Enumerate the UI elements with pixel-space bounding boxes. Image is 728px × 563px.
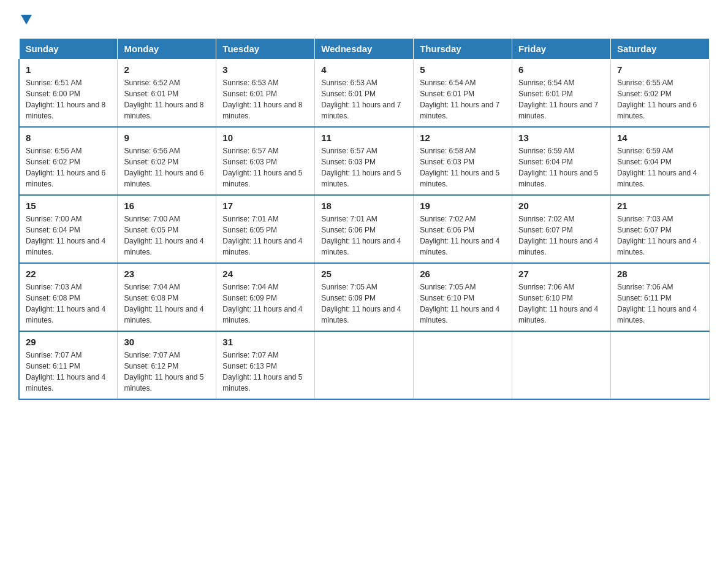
calendar-cell: 10 Sunrise: 6:57 AM Sunset: 6:03 PM Dayl… [216, 127, 315, 195]
calendar-cell [315, 331, 414, 399]
day-header-thursday: Thursday [414, 39, 512, 59]
day-number: 10 [222, 132, 308, 143]
day-number: 21 [617, 201, 703, 211]
day-info: Sunrise: 6:53 AM Sunset: 6:01 PM Dayligh… [222, 77, 308, 121]
calendar-cell: 23 Sunrise: 7:04 AM Sunset: 6:08 PM Dayl… [118, 263, 216, 331]
calendar-week-row: 8 Sunrise: 6:56 AM Sunset: 6:02 PM Dayli… [19, 127, 710, 195]
calendar-cell: 20 Sunrise: 7:02 AM Sunset: 6:07 PM Dayl… [512, 195, 611, 263]
day-number: 12 [420, 132, 506, 143]
calendar-week-row: 1 Sunrise: 6:51 AM Sunset: 6:00 PM Dayli… [19, 59, 710, 128]
day-number: 15 [26, 201, 111, 211]
day-info: Sunrise: 7:00 AM Sunset: 6:05 PM Dayligh… [124, 213, 210, 258]
calendar-cell: 29 Sunrise: 7:07 AM Sunset: 6:11 PM Dayl… [19, 331, 118, 399]
logo [18, 12, 33, 26]
day-info: Sunrise: 6:58 AM Sunset: 6:03 PM Dayligh… [420, 145, 506, 190]
page-header [18, 12, 710, 26]
day-number: 7 [617, 64, 703, 75]
calendar-cell: 25 Sunrise: 7:05 AM Sunset: 6:09 PM Dayl… [315, 263, 414, 331]
day-number: 1 [26, 64, 111, 75]
day-info: Sunrise: 6:52 AM Sunset: 6:01 PM Dayligh… [124, 77, 210, 121]
day-header-sunday: Sunday [19, 39, 118, 59]
day-header-tuesday: Tuesday [216, 39, 315, 59]
calendar-cell: 13 Sunrise: 6:59 AM Sunset: 6:04 PM Dayl… [512, 127, 611, 195]
day-number: 14 [617, 132, 703, 143]
day-number: 25 [321, 269, 407, 279]
calendar-cell: 2 Sunrise: 6:52 AM Sunset: 6:01 PM Dayli… [118, 59, 216, 128]
day-number: 6 [518, 64, 604, 75]
calendar-cell: 27 Sunrise: 7:06 AM Sunset: 6:10 PM Dayl… [512, 263, 611, 331]
calendar-week-row: 15 Sunrise: 7:00 AM Sunset: 6:04 PM Dayl… [19, 195, 710, 263]
calendar-cell: 11 Sunrise: 6:57 AM Sunset: 6:03 PM Dayl… [315, 127, 414, 195]
day-info: Sunrise: 6:59 AM Sunset: 6:04 PM Dayligh… [617, 145, 703, 190]
calendar-cell: 16 Sunrise: 7:00 AM Sunset: 6:05 PM Dayl… [118, 195, 216, 263]
calendar-cell [512, 331, 611, 399]
day-number: 9 [124, 132, 210, 143]
day-number: 27 [518, 269, 604, 279]
svg-marker-0 [21, 15, 32, 25]
day-info: Sunrise: 7:04 AM Sunset: 6:09 PM Dayligh… [222, 282, 308, 326]
day-info: Sunrise: 7:01 AM Sunset: 6:05 PM Dayligh… [222, 213, 308, 258]
calendar-cell: 31 Sunrise: 7:07 AM Sunset: 6:13 PM Dayl… [216, 331, 315, 399]
day-info: Sunrise: 7:05 AM Sunset: 6:10 PM Dayligh… [420, 282, 506, 326]
day-info: Sunrise: 7:03 AM Sunset: 6:07 PM Dayligh… [617, 213, 703, 258]
day-number: 5 [420, 64, 506, 75]
logo-arrow-icon [20, 12, 33, 26]
calendar-cell: 3 Sunrise: 6:53 AM Sunset: 6:01 PM Dayli… [216, 59, 315, 128]
calendar-cell [611, 331, 710, 399]
calendar-week-row: 22 Sunrise: 7:03 AM Sunset: 6:08 PM Dayl… [19, 263, 710, 331]
calendar-table: SundayMondayTuesdayWednesdayThursdayFrid… [18, 38, 710, 400]
day-header-wednesday: Wednesday [315, 39, 414, 59]
day-info: Sunrise: 6:56 AM Sunset: 6:02 PM Dayligh… [26, 145, 111, 190]
calendar-cell: 28 Sunrise: 7:06 AM Sunset: 6:11 PM Dayl… [611, 263, 710, 331]
day-info: Sunrise: 7:04 AM Sunset: 6:08 PM Dayligh… [124, 282, 210, 326]
day-info: Sunrise: 7:03 AM Sunset: 6:08 PM Dayligh… [26, 282, 111, 326]
calendar-cell: 12 Sunrise: 6:58 AM Sunset: 6:03 PM Dayl… [414, 127, 512, 195]
calendar-cell: 15 Sunrise: 7:00 AM Sunset: 6:04 PM Dayl… [19, 195, 118, 263]
day-number: 23 [124, 269, 210, 279]
day-info: Sunrise: 6:51 AM Sunset: 6:00 PM Dayligh… [26, 77, 111, 121]
day-info: Sunrise: 6:57 AM Sunset: 6:03 PM Dayligh… [321, 145, 407, 190]
calendar-cell: 1 Sunrise: 6:51 AM Sunset: 6:00 PM Dayli… [19, 59, 118, 128]
day-number: 13 [518, 132, 604, 143]
day-info: Sunrise: 6:56 AM Sunset: 6:02 PM Dayligh… [124, 145, 210, 190]
calendar-header-row: SundayMondayTuesdayWednesdayThursdayFrid… [19, 39, 710, 59]
calendar-cell: 26 Sunrise: 7:05 AM Sunset: 6:10 PM Dayl… [414, 263, 512, 331]
calendar-cell [414, 331, 512, 399]
calendar-cell: 24 Sunrise: 7:04 AM Sunset: 6:09 PM Dayl… [216, 263, 315, 331]
day-header-monday: Monday [118, 39, 216, 59]
calendar-cell: 9 Sunrise: 6:56 AM Sunset: 6:02 PM Dayli… [118, 127, 216, 195]
day-number: 28 [617, 269, 703, 279]
day-info: Sunrise: 6:54 AM Sunset: 6:01 PM Dayligh… [420, 77, 506, 121]
day-number: 20 [518, 201, 604, 211]
day-info: Sunrise: 7:02 AM Sunset: 6:06 PM Dayligh… [420, 213, 506, 258]
calendar-cell: 5 Sunrise: 6:54 AM Sunset: 6:01 PM Dayli… [414, 59, 512, 128]
day-number: 2 [124, 64, 210, 75]
day-number: 8 [26, 132, 111, 143]
calendar-cell: 6 Sunrise: 6:54 AM Sunset: 6:01 PM Dayli… [512, 59, 611, 128]
day-info: Sunrise: 7:07 AM Sunset: 6:12 PM Dayligh… [124, 350, 210, 394]
day-info: Sunrise: 6:57 AM Sunset: 6:03 PM Dayligh… [222, 145, 308, 190]
day-number: 26 [420, 269, 506, 279]
day-number: 4 [321, 64, 407, 75]
day-info: Sunrise: 7:06 AM Sunset: 6:11 PM Dayligh… [617, 282, 703, 326]
day-number: 24 [222, 269, 308, 279]
day-info: Sunrise: 7:00 AM Sunset: 6:04 PM Dayligh… [26, 213, 111, 258]
day-number: 22 [26, 269, 111, 279]
calendar-cell: 22 Sunrise: 7:03 AM Sunset: 6:08 PM Dayl… [19, 263, 118, 331]
day-number: 3 [222, 64, 308, 75]
day-number: 11 [321, 132, 407, 143]
calendar-cell: 4 Sunrise: 6:53 AM Sunset: 6:01 PM Dayli… [315, 59, 414, 128]
day-header-saturday: Saturday [611, 39, 710, 59]
calendar-cell: 30 Sunrise: 7:07 AM Sunset: 6:12 PM Dayl… [118, 331, 216, 399]
day-number: 18 [321, 201, 407, 211]
day-info: Sunrise: 6:53 AM Sunset: 6:01 PM Dayligh… [321, 77, 407, 121]
calendar-cell: 14 Sunrise: 6:59 AM Sunset: 6:04 PM Dayl… [611, 127, 710, 195]
calendar-cell: 7 Sunrise: 6:55 AM Sunset: 6:02 PM Dayli… [611, 59, 710, 128]
day-number: 29 [26, 337, 111, 347]
day-info: Sunrise: 7:05 AM Sunset: 6:09 PM Dayligh… [321, 282, 407, 326]
day-number: 31 [222, 337, 308, 347]
day-number: 17 [222, 201, 308, 211]
calendar-cell: 18 Sunrise: 7:01 AM Sunset: 6:06 PM Dayl… [315, 195, 414, 263]
calendar-cell: 21 Sunrise: 7:03 AM Sunset: 6:07 PM Dayl… [611, 195, 710, 263]
day-header-friday: Friday [512, 39, 611, 59]
